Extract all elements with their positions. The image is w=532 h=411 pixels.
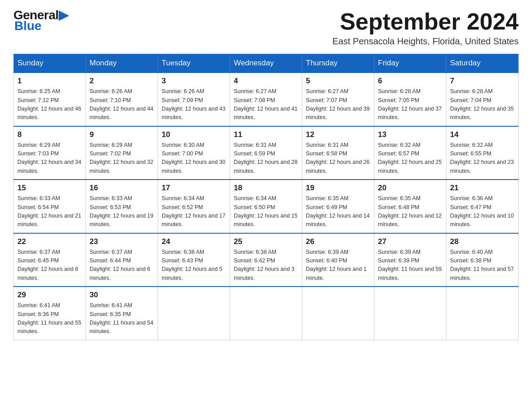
day-number: 21 <box>450 184 515 193</box>
calendar-cell: 18 Sunrise: 6:34 AM Sunset: 6:50 PM Dayl… <box>230 180 302 233</box>
day-number: 27 <box>378 237 442 246</box>
weekday-header-saturday: Saturday <box>446 54 519 73</box>
calendar-cell: 14 Sunrise: 6:32 AM Sunset: 6:55 PM Dayl… <box>446 126 519 180</box>
day-number: 2 <box>90 77 154 86</box>
day-number: 28 <box>450 237 515 246</box>
day-info: Sunrise: 6:25 AM Sunset: 7:12 PM Dayligh… <box>17 87 82 122</box>
day-info: Sunrise: 6:31 AM Sunset: 6:59 PM Dayligh… <box>234 141 298 176</box>
day-number: 1 <box>17 77 82 86</box>
day-number: 9 <box>90 130 154 139</box>
day-info: Sunrise: 6:34 AM Sunset: 6:50 PM Dayligh… <box>234 194 298 229</box>
calendar-cell: 13 Sunrise: 6:32 AM Sunset: 6:57 PM Dayl… <box>374 126 446 180</box>
title-area: September 2024 East Pensacola Heights, F… <box>332 9 519 47</box>
day-info: Sunrise: 6:34 AM Sunset: 6:52 PM Dayligh… <box>162 194 226 229</box>
calendar-cell <box>302 287 374 340</box>
weekday-header-tuesday: Tuesday <box>158 54 230 73</box>
calendar-cell: 26 Sunrise: 6:39 AM Sunset: 6:40 PM Dayl… <box>302 233 374 287</box>
calendar-cell: 8 Sunrise: 6:29 AM Sunset: 7:03 PM Dayli… <box>14 126 86 180</box>
day-info: Sunrise: 6:39 AM Sunset: 6:39 PM Dayligh… <box>378 248 442 283</box>
day-number: 20 <box>378 184 442 193</box>
calendar-cell <box>374 287 446 340</box>
calendar-cell: 20 Sunrise: 6:35 AM Sunset: 6:48 PM Dayl… <box>374 180 446 233</box>
day-number: 16 <box>90 184 154 193</box>
day-info: Sunrise: 6:35 AM Sunset: 6:48 PM Dayligh… <box>378 194 442 229</box>
day-number: 7 <box>450 77 515 86</box>
week-row-1: 1 Sunrise: 6:25 AM Sunset: 7:12 PM Dayli… <box>14 73 519 126</box>
calendar-cell <box>158 287 230 340</box>
day-info: Sunrise: 6:36 AM Sunset: 6:47 PM Dayligh… <box>450 194 515 229</box>
day-info: Sunrise: 6:33 AM Sunset: 6:53 PM Dayligh… <box>90 194 154 229</box>
day-number: 14 <box>450 130 515 139</box>
day-number: 26 <box>306 237 370 246</box>
location-title: East Pensacola Heights, Florida, United … <box>332 36 519 47</box>
day-info: Sunrise: 6:29 AM Sunset: 7:03 PM Dayligh… <box>17 141 82 176</box>
calendar-cell: 24 Sunrise: 6:38 AM Sunset: 6:43 PM Dayl… <box>158 233 230 287</box>
day-info: Sunrise: 6:39 AM Sunset: 6:40 PM Dayligh… <box>306 248 370 283</box>
day-number: 22 <box>17 237 82 246</box>
calendar-cell: 16 Sunrise: 6:33 AM Sunset: 6:53 PM Dayl… <box>86 180 158 233</box>
day-number: 29 <box>17 291 82 300</box>
day-number: 23 <box>90 237 154 246</box>
calendar-cell: 3 Sunrise: 6:26 AM Sunset: 7:09 PM Dayli… <box>158 73 230 126</box>
calendar-cell: 9 Sunrise: 6:29 AM Sunset: 7:02 PM Dayli… <box>86 126 158 180</box>
calendar-cell: 25 Sunrise: 6:38 AM Sunset: 6:42 PM Dayl… <box>230 233 302 287</box>
day-info: Sunrise: 6:27 AM Sunset: 7:07 PM Dayligh… <box>306 87 370 122</box>
day-number: 25 <box>234 237 298 246</box>
day-number: 6 <box>378 77 442 86</box>
calendar-cell: 22 Sunrise: 6:37 AM Sunset: 6:45 PM Dayl… <box>14 233 86 287</box>
weekday-header-sunday: Sunday <box>14 54 86 73</box>
weekday-header-monday: Monday <box>86 54 158 73</box>
weekday-header-friday: Friday <box>374 54 446 73</box>
calendar-cell: 12 Sunrise: 6:31 AM Sunset: 6:58 PM Dayl… <box>302 126 374 180</box>
calendar-cell: 4 Sunrise: 6:27 AM Sunset: 7:08 PM Dayli… <box>230 73 302 126</box>
day-info: Sunrise: 6:27 AM Sunset: 7:08 PM Dayligh… <box>234 87 298 122</box>
day-number: 11 <box>234 130 298 139</box>
calendar-cell <box>230 287 302 340</box>
day-info: Sunrise: 6:32 AM Sunset: 6:57 PM Dayligh… <box>378 141 442 176</box>
day-info: Sunrise: 6:41 AM Sunset: 6:36 PM Dayligh… <box>17 301 82 336</box>
calendar-cell: 6 Sunrise: 6:28 AM Sunset: 7:05 PM Dayli… <box>374 73 446 126</box>
day-number: 12 <box>306 130 370 139</box>
calendar-cell: 17 Sunrise: 6:34 AM Sunset: 6:52 PM Dayl… <box>158 180 230 233</box>
day-info: Sunrise: 6:35 AM Sunset: 6:49 PM Dayligh… <box>306 194 370 229</box>
week-row-4: 22 Sunrise: 6:37 AM Sunset: 6:45 PM Dayl… <box>14 233 519 287</box>
day-number: 4 <box>234 77 298 86</box>
day-number: 13 <box>378 130 442 139</box>
day-info: Sunrise: 6:37 AM Sunset: 6:44 PM Dayligh… <box>90 248 154 283</box>
day-info: Sunrise: 6:33 AM Sunset: 6:54 PM Dayligh… <box>17 194 82 229</box>
calendar-table: SundayMondayTuesdayWednesdayThursdayFrid… <box>13 54 519 340</box>
day-number: 18 <box>234 184 298 193</box>
day-info: Sunrise: 6:37 AM Sunset: 6:45 PM Dayligh… <box>17 248 82 283</box>
day-info: Sunrise: 6:29 AM Sunset: 7:02 PM Dayligh… <box>90 141 154 176</box>
calendar-cell: 23 Sunrise: 6:37 AM Sunset: 6:44 PM Dayl… <box>86 233 158 287</box>
calendar-cell: 27 Sunrise: 6:39 AM Sunset: 6:39 PM Dayl… <box>374 233 446 287</box>
day-info: Sunrise: 6:40 AM Sunset: 6:38 PM Dayligh… <box>450 248 515 283</box>
day-info: Sunrise: 6:32 AM Sunset: 6:55 PM Dayligh… <box>450 141 515 176</box>
calendar-cell: 30 Sunrise: 6:41 AM Sunset: 6:35 PM Dayl… <box>86 287 158 340</box>
day-number: 5 <box>306 77 370 86</box>
calendar-cell: 1 Sunrise: 6:25 AM Sunset: 7:12 PM Dayli… <box>14 73 86 126</box>
day-number: 10 <box>162 130 226 139</box>
day-info: Sunrise: 6:38 AM Sunset: 6:42 PM Dayligh… <box>234 248 298 283</box>
day-info: Sunrise: 6:28 AM Sunset: 7:05 PM Dayligh… <box>378 87 442 122</box>
day-number: 15 <box>17 184 82 193</box>
weekday-header-thursday: Thursday <box>302 54 374 73</box>
calendar-cell: 5 Sunrise: 6:27 AM Sunset: 7:07 PM Dayli… <box>302 73 374 126</box>
weekday-header-row: SundayMondayTuesdayWednesdayThursdayFrid… <box>14 54 519 73</box>
week-row-3: 15 Sunrise: 6:33 AM Sunset: 6:54 PM Dayl… <box>14 180 519 233</box>
day-info: Sunrise: 6:38 AM Sunset: 6:43 PM Dayligh… <box>162 248 226 283</box>
calendar-cell: 10 Sunrise: 6:30 AM Sunset: 7:00 PM Dayl… <box>158 126 230 180</box>
day-number: 24 <box>162 237 226 246</box>
day-info: Sunrise: 6:41 AM Sunset: 6:35 PM Dayligh… <box>90 301 154 336</box>
calendar-cell: 19 Sunrise: 6:35 AM Sunset: 6:49 PM Dayl… <box>302 180 374 233</box>
page-header: General▶ Blue September 2024 East Pensac… <box>13 9 519 47</box>
day-number: 19 <box>306 184 370 193</box>
calendar-cell: 11 Sunrise: 6:31 AM Sunset: 6:59 PM Dayl… <box>230 126 302 180</box>
calendar-cell: 2 Sunrise: 6:26 AM Sunset: 7:10 PM Dayli… <box>86 73 158 126</box>
weekday-header-wednesday: Wednesday <box>230 54 302 73</box>
day-info: Sunrise: 6:26 AM Sunset: 7:10 PM Dayligh… <box>90 87 154 122</box>
day-info: Sunrise: 6:28 AM Sunset: 7:04 PM Dayligh… <box>450 87 515 122</box>
calendar-cell: 29 Sunrise: 6:41 AM Sunset: 6:36 PM Dayl… <box>14 287 86 340</box>
day-info: Sunrise: 6:30 AM Sunset: 7:00 PM Dayligh… <box>162 141 226 176</box>
day-number: 30 <box>90 291 154 300</box>
